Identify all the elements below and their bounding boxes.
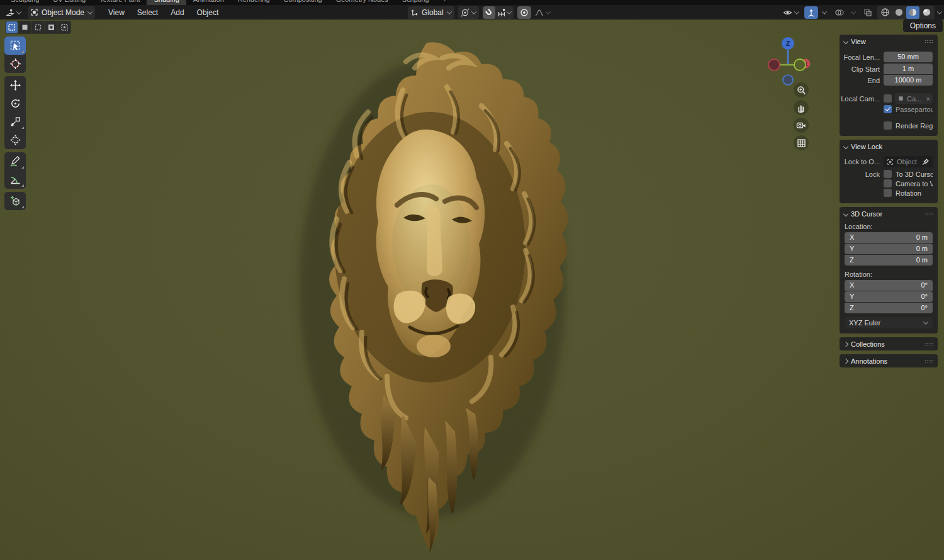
proportional-editing-toggle[interactable] [517,6,531,19]
add-workspace-button[interactable]: + [436,0,454,5]
grip-icon[interactable] [924,359,933,363]
tool-select-box[interactable] [4,36,26,55]
workspace-tab-texture-paint[interactable]: Texture Paint [93,0,147,5]
magnet-icon [485,8,493,17]
panel-view-lock: View Lock Lock to O... Object Lock [840,140,938,203]
grip-icon[interactable] [924,212,933,216]
workspace-tab-shading[interactable]: Shading [147,0,186,5]
axis-label: Z [850,303,854,313]
overlays-toggle[interactable] [832,6,847,19]
select-mode-set[interactable] [6,21,18,33]
cursor-location-y-field[interactable]: Y 0 m [845,244,933,254]
panel-view-header[interactable]: View [840,35,938,48]
select-mode-extend[interactable] [19,21,31,33]
gizmo-axis-x-neg-ball[interactable] [768,59,780,70]
shading-wireframe-button[interactable] [879,6,892,19]
clip-end-field[interactable]: 10000 m [884,75,933,86]
viewport-header: Object Mode View Select Add Object Globa… [0,5,944,20]
tool-cursor[interactable] [4,55,26,73]
shading-dropdown-chevron[interactable] [937,9,942,14]
tool-annotate[interactable] [4,152,26,171]
panel-3d-cursor: 3D Cursor Location: X 0 m Y 0 m Z 0 m Ro… [840,207,938,333]
lock-rotation-checkbox[interactable] [884,189,892,197]
cursor-location-z-field[interactable]: Z 0 m [845,255,933,266]
panel-collections-header[interactable]: Collections [840,337,938,350]
workspace-tab-sculpting[interactable]: Sculpting [4,0,46,5]
focal-length-field[interactable]: 50 mm [884,52,933,62]
show-gizmo-toggle[interactable] [804,6,818,19]
transform-orientation-dropdown[interactable]: Global [408,6,454,19]
select-mode-subtract[interactable] [32,21,44,33]
cursor-rotation-x-field[interactable]: X 0° [845,280,933,291]
tool-scale[interactable] [4,113,26,131]
panel-collections: Collections [840,337,938,350]
snap-settings-dropdown[interactable] [495,6,514,19]
render-region-checkbox[interactable] [884,121,892,130]
tool-add-cube[interactable] [4,192,26,210]
shading-rendered-button[interactable] [920,6,933,19]
camera-to-view-checkbox[interactable] [884,179,892,188]
proportional-falloff-dropdown[interactable] [532,6,553,19]
panel-view: View Focal Len... 50 mm Clip Start 1 m E… [840,35,938,136]
wireframe-sphere-icon [880,8,890,17]
clear-icon[interactable]: × [926,95,930,103]
camera-view-button[interactable] [794,118,809,133]
clip-start-field[interactable]: 1 m [884,64,933,74]
panel-view-lock-header[interactable]: View Lock [840,140,938,153]
cursor-3d-icon [9,58,21,70]
tool-move[interactable] [4,76,26,94]
panel-3d-cursor-header[interactable]: 3D Cursor [840,207,938,220]
workspace-tab-animation[interactable]: Animation [186,0,231,5]
local-camera-selector[interactable]: Ca... × [895,93,933,104]
grip-icon[interactable] [924,40,933,43]
snap-toggle[interactable] [483,6,495,19]
euler-order-dropdown[interactable]: XYZ Euler [845,317,933,328]
cursor-rotation-y-field[interactable]: Y 0° [845,291,933,302]
editor-type-dropdown[interactable] [3,6,24,19]
shading-mode-group [877,6,935,20]
local-camera-checkbox[interactable] [884,94,892,103]
lock-to-object-field[interactable]: Object [884,156,933,167]
menu-add[interactable]: Add [165,6,189,19]
cursor-rotation-z-field[interactable]: Z 0° [845,303,933,313]
workspace-tab-compositing[interactable]: Compositing [277,0,329,5]
menu-object[interactable]: Object [191,6,225,19]
workspace-tab-uv-editing[interactable]: UV Editing [46,0,93,5]
tool-measure[interactable] [4,171,26,189]
lock-to-3d-cursor-label: To 3D Cursor [896,171,933,178]
lion-model[interactable] [274,36,583,560]
xray-toggle[interactable] [861,6,875,19]
cursor-location-x-field[interactable]: X 0 m [845,232,933,243]
shading-material-button[interactable] [906,6,919,19]
menu-select[interactable]: Select [132,6,164,19]
passepartout-checkbox[interactable] [884,105,892,113]
chevron-down-icon [506,9,511,14]
shading-solid-button[interactable] [892,6,906,19]
select-mode-invert[interactable] [45,21,57,33]
select-mode-intersect[interactable] [59,21,70,33]
gizmo-axis-z-neg-ball[interactable] [783,75,793,85]
pan-button[interactable] [794,100,809,115]
lock-to-3d-cursor-checkbox[interactable] [884,170,892,178]
eyedropper-icon[interactable] [922,158,930,165]
options-button[interactable]: Options [903,20,943,32]
visibility-dropdown[interactable] [780,6,802,19]
gizmo-axis-y-ball[interactable] [794,59,806,70]
navigation-gizmo[interactable]: X Z [763,35,813,89]
zoom-button[interactable] [794,82,809,98]
grip-icon[interactable] [924,342,933,346]
tool-transform[interactable] [4,131,26,149]
overlays-dropdown[interactable] [848,6,858,19]
perspective-toggle-button[interactable] [794,135,809,150]
workspace-tab-geometry-nodes[interactable]: Geometry Nodes [329,0,395,5]
mode-selector[interactable]: Object Mode [28,6,95,19]
viewport-3d[interactable]: Options [0,20,944,560]
gizmo-settings-dropdown[interactable] [819,6,829,19]
panel-annotations-header[interactable]: Annotations [840,354,938,367]
menu-view[interactable]: View [103,6,130,19]
workspace-tab-rendering[interactable]: Rendering [231,0,277,5]
workspace-tab-scripting[interactable]: Scripting [395,0,436,5]
select-subtract-icon [34,23,42,31]
pivot-point-dropdown[interactable] [458,6,479,19]
tool-rotate[interactable] [4,94,26,113]
